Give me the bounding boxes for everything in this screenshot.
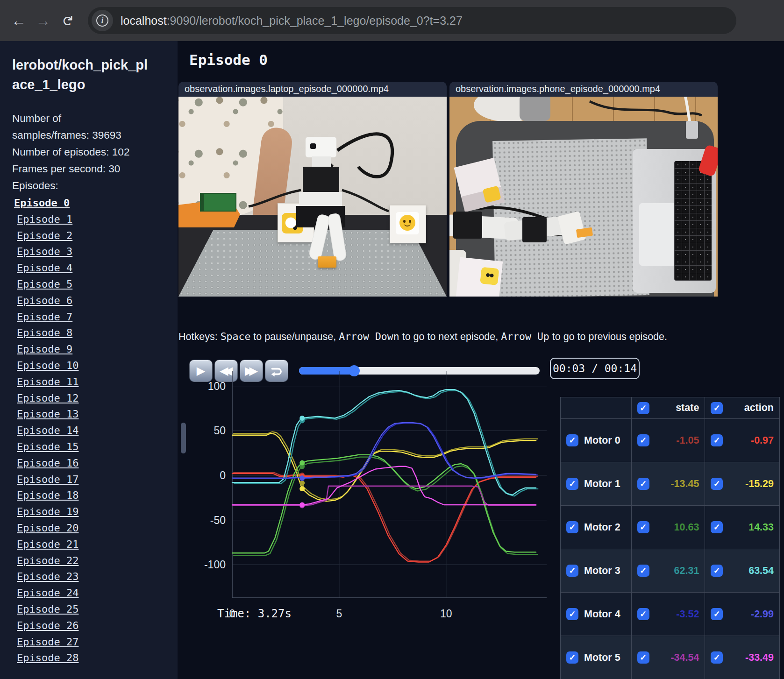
robot-camera-head <box>306 137 336 157</box>
episode-link-15[interactable]: Episode 15 <box>17 439 178 455</box>
motor-2-state-value: 10.63 <box>674 522 699 533</box>
site-info-button[interactable]: i <box>92 10 113 31</box>
episode-link-24[interactable]: Episode 24 <box>17 585 178 601</box>
episode-link-3[interactable]: Episode 3 <box>17 244 178 260</box>
reload-icon[interactable]: ↻ <box>59 8 76 33</box>
motor-1-checkbox[interactable]: ✓ <box>566 478 578 490</box>
motor-1-state-checkbox[interactable]: ✓ <box>637 478 649 490</box>
motor-0-action-checkbox[interactable]: ✓ <box>711 434 723 446</box>
episode-link-26[interactable]: Episode 26 <box>17 618 178 634</box>
motor-4-action-checkbox[interactable]: ✓ <box>711 608 723 620</box>
episode-link-10[interactable]: Episode 10 <box>17 358 178 374</box>
page-title: Episode 0 <box>189 51 268 68</box>
marker-3-action <box>299 416 305 421</box>
table-row-motor-0: ✓Motor 0✓-1.05✓-0.97 <box>561 419 780 462</box>
app-window: ← → ↻ i localhost:9090/lerobot/koch_pick… <box>0 0 784 679</box>
episode-link-14[interactable]: Episode 14 <box>17 423 178 439</box>
episode-link-25[interactable]: Episode 25 <box>17 601 178 618</box>
episode-link-11[interactable]: Episode 11 <box>17 374 178 390</box>
motor-0-checkbox[interactable]: ✓ <box>566 434 578 446</box>
motor-label: Motor 2 <box>584 522 620 533</box>
motor-5-action-value: -33.49 <box>745 652 774 664</box>
hotkey-arrow-down: Arrow Down <box>339 331 399 342</box>
video-row: observation.images.laptop_episode_000000… <box>178 82 718 297</box>
motor-5-state-value: -34.54 <box>670 652 699 664</box>
motor-5-checkbox[interactable]: ✓ <box>566 651 578 664</box>
series-1-action <box>232 433 536 502</box>
motor-4-checkbox[interactable]: ✓ <box>566 608 578 620</box>
address-bar[interactable]: i localhost:9090/lerobot/koch_pick_place… <box>88 7 736 34</box>
series-3-state <box>234 391 538 496</box>
episode-link-5[interactable]: Episode 5 <box>17 276 178 293</box>
motor-5-action-checkbox[interactable]: ✓ <box>711 651 723 664</box>
episode-link-9[interactable]: Episode 9 <box>17 341 178 358</box>
motor-2-checkbox[interactable]: ✓ <box>566 521 578 533</box>
state-column-checkbox[interactable]: ✓ <box>637 402 649 414</box>
motor-3-action-value: 63.54 <box>748 565 774 577</box>
robot-mid <box>299 192 342 208</box>
motor-1-action-value: -15.29 <box>745 478 774 490</box>
episode-link-1[interactable]: Episode 1 <box>17 212 178 228</box>
scrollbar-thumb[interactable] <box>181 423 186 453</box>
motor-label: Motor 1 <box>584 478 620 490</box>
motor-0-state-value: -1.05 <box>676 435 699 446</box>
back-icon[interactable]: ← <box>7 12 31 29</box>
hotkeys-help: Hotkeys: Space to pause/unpause, Arrow D… <box>178 331 667 343</box>
table-row-motor-5: ✓Motor 5✓-34.54✓-33.49 <box>561 636 780 679</box>
episode-link-21[interactable]: Episode 21 <box>17 537 178 553</box>
chart-time-label: Time: 3.27s <box>217 607 292 620</box>
forward-icon[interactable]: → <box>31 12 55 29</box>
episode-link-4[interactable]: Episode 4 <box>17 260 178 276</box>
motor-3-action-checkbox[interactable]: ✓ <box>711 565 723 577</box>
episode-link-8[interactable]: Episode 8 <box>17 325 178 341</box>
episode-list: Episode 0Episode 1Episode 2Episode 3Epis… <box>12 195 178 666</box>
episode-link-18[interactable]: Episode 18 <box>17 488 178 504</box>
episodes-label: Episodes: <box>12 177 178 194</box>
episode-link-27[interactable]: Episode 27 <box>17 634 178 651</box>
episode-link-6[interactable]: Episode 6 <box>17 293 178 309</box>
arm-servo-2 <box>522 217 547 242</box>
table-row-motor-3: ✓Motor 3✓62.31✓63.54 <box>561 549 780 593</box>
dataset-stat: Frames per second: 30 <box>12 161 137 177</box>
table-row-motor-1: ✓Motor 1✓-13.45✓-15.29 <box>561 462 780 506</box>
sidebar: lerobot/koch_pick_place_1_lego Number of… <box>0 41 178 679</box>
episode-link-12[interactable]: Episode 12 <box>17 390 178 407</box>
episode-link-16[interactable]: Episode 16 <box>17 455 178 472</box>
main-content: Episode 0 observation.images.laptop_epis… <box>178 41 784 679</box>
episode-link-23[interactable]: Episode 23 <box>17 569 178 585</box>
episode-link-22[interactable]: Episode 22 <box>17 553 178 569</box>
episode-link-20[interactable]: Episode 20 <box>17 520 178 537</box>
motor-2-action-value: 14.33 <box>748 522 774 533</box>
episode-link-17[interactable]: Episode 17 <box>17 472 178 488</box>
lego-brick <box>318 256 336 268</box>
y-tick-label: -100 <box>204 559 226 571</box>
episode-link-13[interactable]: Episode 13 <box>17 406 178 423</box>
motor-3-state-checkbox[interactable]: ✓ <box>637 565 649 577</box>
episode-link-0[interactable]: Episode 0 <box>14 195 178 212</box>
url-text[interactable]: localhost:9090/lerobot/koch_pick_place_1… <box>121 14 463 28</box>
table-row-motor-2: ✓Motor 2✓10.63✓14.33 <box>561 506 780 549</box>
series-0-action <box>232 474 536 562</box>
motor-1-action-checkbox[interactable]: ✓ <box>711 478 723 490</box>
motor-2-action-checkbox[interactable]: ✓ <box>711 521 723 533</box>
motor-5-state-checkbox[interactable]: ✓ <box>637 651 649 664</box>
motor-3-checkbox[interactable]: ✓ <box>566 565 578 577</box>
robot-body <box>303 167 339 194</box>
episode-link-2[interactable]: Episode 2 <box>17 228 178 244</box>
motor-0-state-checkbox[interactable]: ✓ <box>637 434 649 446</box>
time-display: 00:03 / 00:14 <box>550 358 640 379</box>
episode-link-19[interactable]: Episode 19 <box>17 504 178 520</box>
y-tick-label: 100 <box>208 380 226 392</box>
action-column-checkbox[interactable]: ✓ <box>711 402 723 414</box>
video-phone[interactable] <box>449 97 718 297</box>
episode-link-28[interactable]: Episode 28 <box>17 650 178 666</box>
series-5-state <box>232 486 536 506</box>
motor-2-state-checkbox[interactable]: ✓ <box>637 521 649 533</box>
motor-4-state-checkbox[interactable]: ✓ <box>637 608 649 620</box>
dataset-stat: Number of episodes: 102 <box>12 144 137 161</box>
video-laptop[interactable] <box>178 97 447 297</box>
header-action-cell: ✓ action <box>705 397 780 419</box>
action-column-label: action <box>744 402 774 414</box>
episode-link-7[interactable]: Episode 7 <box>17 309 178 325</box>
hotkey-space: Space <box>221 331 251 342</box>
